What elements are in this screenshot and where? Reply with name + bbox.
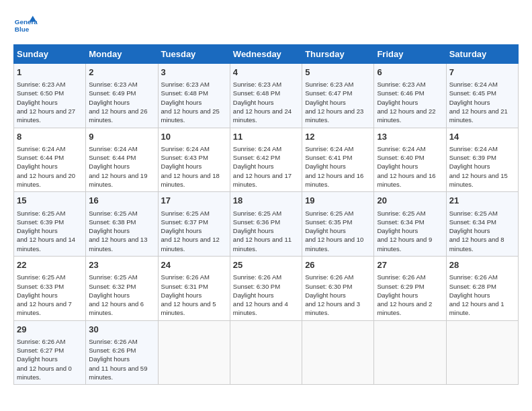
sunrise-label: Sunrise: 6:24 AM <box>161 145 210 152</box>
daylight-duration: and 12 hours and 11 minutes. <box>233 236 292 252</box>
header-thursday: Thursday <box>302 45 374 64</box>
daylight-duration: and 12 hours and 12 minutes. <box>161 236 220 252</box>
calendar-week-2: 15 Sunrise: 6:25 AM Sunset: 6:39 PM Dayl… <box>14 192 519 257</box>
day-number: 27 <box>377 259 443 271</box>
sunset-label: Sunset: 6:44 PM <box>17 154 64 161</box>
daylight-label: Daylight hours <box>17 355 58 363</box>
sunset-label: Sunset: 6:34 PM <box>449 218 496 226</box>
daylight-label: Daylight hours <box>377 227 418 234</box>
day-number: 14 <box>449 131 515 143</box>
calendar-cell: 18 Sunrise: 6:25 AM Sunset: 6:36 PM Dayl… <box>230 192 302 257</box>
day-number: 18 <box>233 195 299 207</box>
daylight-duration: and 11 hours and 59 minutes. <box>89 365 147 381</box>
daylight-duration: and 12 hours and 18 minutes. <box>161 172 220 188</box>
daylight-label: Daylight hours <box>377 163 418 170</box>
calendar-cell: 20 Sunrise: 6:25 AM Sunset: 6:34 PM Dayl… <box>374 192 446 257</box>
calendar-week-1: 8 Sunrise: 6:24 AM Sunset: 6:44 PM Dayli… <box>14 128 519 192</box>
day-number: 12 <box>305 131 371 143</box>
sunset-label: Sunset: 6:28 PM <box>449 283 496 290</box>
sunrise-label: Sunrise: 6:25 AM <box>449 210 498 217</box>
daylight-duration: and 12 hours and 19 minutes. <box>89 172 147 188</box>
daylight-label: Daylight hours <box>89 291 130 299</box>
sunset-label: Sunset: 6:48 PM <box>161 89 208 97</box>
sunrise-label: Sunrise: 6:23 AM <box>377 81 425 88</box>
calendar-cell: 19 Sunrise: 6:25 AM Sunset: 6:35 PM Dayl… <box>302 192 374 257</box>
daylight-label: Daylight hours <box>305 99 346 106</box>
day-number: 11 <box>233 131 299 143</box>
calendar-cell: 9 Sunrise: 6:24 AM Sunset: 6:44 PM Dayli… <box>86 128 158 192</box>
day-number: 6 <box>377 66 443 79</box>
daylight-label: Daylight hours <box>89 227 130 234</box>
header-saturday: Saturday <box>446 45 518 64</box>
day-number: 25 <box>233 259 299 271</box>
daylight-duration: and 12 hours and 1 minute. <box>449 300 504 316</box>
logo: General Blue <box>13 13 42 38</box>
day-number: 15 <box>17 195 83 207</box>
daylight-duration: and 12 hours and 25 minutes. <box>161 107 220 124</box>
daylight-duration: and 12 hours and 17 minutes. <box>233 172 292 188</box>
daylight-duration: and 12 hours and 23 minutes. <box>305 107 363 124</box>
daylight-duration: and 12 hours and 3 minutes. <box>305 300 360 316</box>
sunrise-label: Sunrise: 6:26 AM <box>89 338 137 345</box>
day-number: 13 <box>377 131 443 143</box>
sunset-label: Sunset: 6:41 PM <box>305 154 352 161</box>
sunrise-label: Sunrise: 6:24 AM <box>305 145 353 152</box>
day-number: 16 <box>89 195 154 207</box>
sunrise-label: Sunrise: 6:26 AM <box>377 273 425 281</box>
sunset-label: Sunset: 6:36 PM <box>233 218 280 226</box>
daylight-label: Daylight hours <box>161 163 202 170</box>
sunset-label: Sunset: 6:38 PM <box>89 218 136 226</box>
calendar-cell <box>446 320 518 385</box>
sunrise-label: Sunrise: 6:23 AM <box>305 81 353 88</box>
calendar-cell: 3 Sunrise: 6:23 AM Sunset: 6:48 PM Dayli… <box>158 64 230 128</box>
sunset-label: Sunset: 6:27 PM <box>17 347 64 354</box>
sunset-label: Sunset: 6:49 PM <box>89 89 136 97</box>
sunset-label: Sunset: 6:30 PM <box>305 283 352 290</box>
calendar-cell: 16 Sunrise: 6:25 AM Sunset: 6:38 PM Dayl… <box>86 192 158 257</box>
daylight-label: Daylight hours <box>17 291 58 299</box>
calendar-cell: 25 Sunrise: 6:26 AM Sunset: 6:30 PM Dayl… <box>230 257 302 321</box>
sunrise-label: Sunrise: 6:23 AM <box>89 81 137 88</box>
daylight-duration: and 12 hours and 24 minutes. <box>233 107 292 124</box>
sunset-label: Sunset: 6:37 PM <box>161 218 208 226</box>
calendar-cell: 1 Sunrise: 6:23 AM Sunset: 6:50 PM Dayli… <box>14 64 86 128</box>
calendar-cell: 2 Sunrise: 6:23 AM Sunset: 6:49 PM Dayli… <box>86 64 158 128</box>
sunrise-label: Sunrise: 6:23 AM <box>161 81 210 88</box>
daylight-label: Daylight hours <box>17 227 58 234</box>
daylight-label: Daylight hours <box>449 163 490 170</box>
calendar-cell: 27 Sunrise: 6:26 AM Sunset: 6:29 PM Dayl… <box>374 257 446 321</box>
daylight-duration: and 12 hours and 16 minutes. <box>377 172 435 188</box>
sunrise-label: Sunrise: 6:24 AM <box>449 81 498 88</box>
calendar-cell: 26 Sunrise: 6:26 AM Sunset: 6:30 PM Dayl… <box>302 257 374 321</box>
day-number: 24 <box>161 259 227 271</box>
sunrise-label: Sunrise: 6:23 AM <box>17 81 65 88</box>
page-header: General Blue <box>13 13 519 38</box>
daylight-label: Daylight hours <box>233 291 274 299</box>
daylight-label: Daylight hours <box>89 163 130 170</box>
calendar-cell <box>302 320 374 385</box>
calendar-cell: 5 Sunrise: 6:23 AM Sunset: 6:47 PM Dayli… <box>302 64 374 128</box>
sunrise-label: Sunrise: 6:26 AM <box>305 273 353 281</box>
sunrise-label: Sunrise: 6:26 AM <box>233 273 281 281</box>
daylight-duration: and 12 hours and 14 minutes. <box>17 236 75 252</box>
header-friday: Friday <box>374 45 446 64</box>
calendar-week-3: 22 Sunrise: 6:25 AM Sunset: 6:33 PM Dayl… <box>14 257 519 321</box>
calendar-cell: 10 Sunrise: 6:24 AM Sunset: 6:43 PM Dayl… <box>158 128 230 192</box>
daylight-duration: and 12 hours and 10 minutes. <box>305 236 363 252</box>
calendar-cell: 12 Sunrise: 6:24 AM Sunset: 6:41 PM Dayl… <box>302 128 374 192</box>
calendar-cell: 15 Sunrise: 6:25 AM Sunset: 6:39 PM Dayl… <box>14 192 86 257</box>
sunset-label: Sunset: 6:44 PM <box>89 154 136 161</box>
daylight-label: Daylight hours <box>233 227 274 234</box>
daylight-label: Daylight hours <box>89 355 130 363</box>
daylight-duration: and 12 hours and 5 minutes. <box>161 300 216 316</box>
day-number: 19 <box>305 195 371 207</box>
sunrise-label: Sunrise: 6:25 AM <box>17 210 65 217</box>
day-number: 8 <box>17 131 83 143</box>
daylight-duration: and 12 hours and 9 minutes. <box>377 236 432 252</box>
sunset-label: Sunset: 6:45 PM <box>449 89 496 97</box>
daylight-label: Daylight hours <box>305 227 346 234</box>
daylight-label: Daylight hours <box>449 291 490 299</box>
day-number: 22 <box>17 259 83 271</box>
calendar-cell: 6 Sunrise: 6:23 AM Sunset: 6:46 PM Dayli… <box>374 64 446 128</box>
sunrise-label: Sunrise: 6:24 AM <box>233 145 281 152</box>
